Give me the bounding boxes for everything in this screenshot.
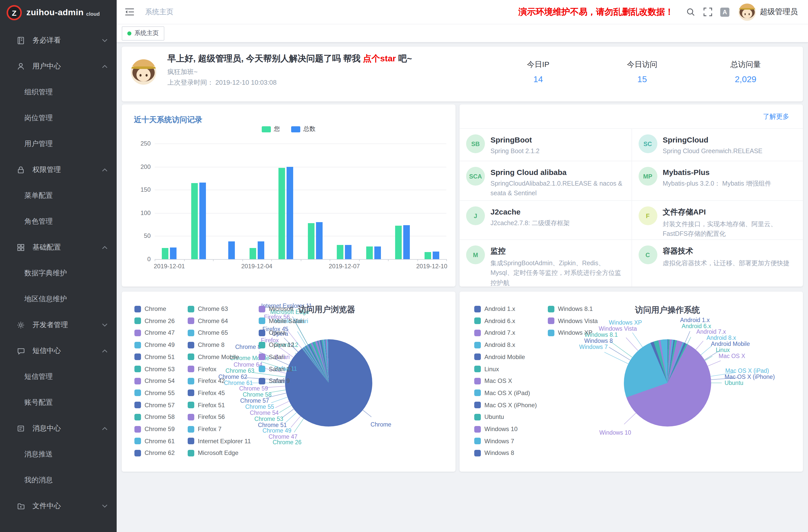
legend-item[interactable]: Windows 8 xyxy=(474,450,514,457)
hamburger-icon[interactable] xyxy=(125,8,134,16)
legend-item[interactable]: Microsoft Edge xyxy=(188,450,238,457)
browser-pie[interactable] xyxy=(285,339,372,426)
legend-item[interactable]: Opera 12 xyxy=(259,341,294,348)
legend-item[interactable]: Chrome 53 xyxy=(134,365,175,372)
bar xyxy=(404,225,410,259)
legend-item[interactable]: Microsoft xyxy=(259,305,293,312)
legend-item[interactable]: Mobile Safari xyxy=(259,317,304,324)
menu-item[interactable]: 务必详看 xyxy=(0,27,117,53)
menu-item[interactable]: 用户中心 xyxy=(0,53,117,79)
legend-item[interactable]: Firefox xyxy=(188,365,216,372)
legend-item[interactable]: Android 7.x xyxy=(474,329,515,336)
legend-item[interactable]: Opera xyxy=(259,329,286,336)
menu-item[interactable]: 短信中心 xyxy=(0,338,117,364)
menu-subitem[interactable]: 组织管理 xyxy=(0,79,117,105)
username[interactable]: 超级管理员 xyxy=(760,7,798,17)
legend-item[interactable]: Chrome 54 xyxy=(134,377,175,384)
tech-item-title: 容器技术 xyxy=(663,246,789,256)
legend-item[interactable]: Chrome 59 xyxy=(134,425,175,433)
legend-item[interactable]: Windows XP xyxy=(548,329,592,336)
legend-item[interactable]: Safari 9 xyxy=(259,377,290,384)
search-icon[interactable] xyxy=(682,0,699,24)
legend-item[interactable]: Internet Explorer 11 xyxy=(188,437,251,444)
legend-label: Opera 12 xyxy=(269,341,294,348)
legend-item[interactable]: Chrome 57 xyxy=(134,401,175,408)
legend-item[interactable]: Chrome 62 xyxy=(134,450,175,457)
legend-item[interactable]: Firefox 42 xyxy=(188,377,225,384)
legend-item[interactable]: Chrome 61 xyxy=(134,437,175,444)
menu-item[interactable]: 开发者管理 xyxy=(0,312,117,338)
menu-item[interactable]: 消息中心 xyxy=(0,415,117,441)
menu-subitem[interactable]: 菜单配置 xyxy=(0,183,117,208)
legend-item[interactable]: Mac OS X xyxy=(474,377,512,384)
tech-item: M监控集成SpringBootAdmin、Zipkin、Redis、Mysql、… xyxy=(460,239,631,287)
tab-home[interactable]: 系统主页 xyxy=(122,26,164,40)
star-link[interactable]: 点个star xyxy=(363,54,396,63)
breadcrumb[interactable]: 系统主页 xyxy=(145,7,173,17)
legend-item[interactable]: Windows 8.1 xyxy=(548,305,593,312)
legend-item[interactable]: Firefox 56 xyxy=(188,414,225,421)
menu-item-label: 权限管理 xyxy=(33,165,61,174)
menu-subitem[interactable]: 我的消息 xyxy=(0,467,117,493)
legend-swatch xyxy=(188,330,194,336)
learn-more-link[interactable]: 了解更多 xyxy=(763,112,789,121)
legend-item[interactable]: Android 1.x xyxy=(474,305,515,312)
menu-subitem[interactable]: 地区信息维护 xyxy=(0,286,117,312)
menu-subitem[interactable]: 消息推送 xyxy=(0,441,117,467)
legend-item[interactable]: Firefox 45 xyxy=(188,389,225,397)
legend-item[interactable]: 您 xyxy=(262,125,280,133)
legend-item[interactable]: Firefox 51 xyxy=(188,401,225,408)
font-size-icon[interactable]: A xyxy=(716,0,733,24)
legend-item[interactable]: Safari xyxy=(259,353,285,361)
chevron-up-icon xyxy=(102,65,108,68)
menu-subitem[interactable]: 角色管理 xyxy=(0,208,117,234)
pie-label: Chrome 49 xyxy=(262,427,291,434)
menu-subitem[interactable]: 用户管理 xyxy=(0,131,117,157)
legend-item[interactable]: Chrome 49 xyxy=(134,341,175,348)
legend-item[interactable]: Chrome 63 xyxy=(188,305,228,312)
pie-label: Chrome 26 xyxy=(273,439,301,445)
os-pie[interactable] xyxy=(624,339,711,426)
menu-item[interactable]: 权限管理 xyxy=(0,157,117,183)
menu-subitem[interactable]: 账号配置 xyxy=(0,389,117,415)
legend-item[interactable]: Android 8.x xyxy=(474,341,515,348)
legend-item[interactable]: Chrome 65 xyxy=(188,329,228,336)
legend-item[interactable]: Firefox 7 xyxy=(188,425,221,433)
legend-item[interactable]: 总数 xyxy=(291,125,315,133)
legend-item[interactable]: Windows Vista xyxy=(548,317,598,324)
menu-subitem[interactable]: 岗位管理 xyxy=(0,105,117,131)
menu-subitem[interactable]: 数据字典维护 xyxy=(0,260,117,286)
app-logo[interactable]: Z zuihou-admin cloud xyxy=(0,0,117,25)
stat-value: 15 xyxy=(627,75,657,85)
legend-item[interactable]: Chrome 64 xyxy=(188,317,228,324)
legend-item[interactable]: Chrome Mobile xyxy=(188,353,239,361)
legend-item[interactable]: Chrome 26 xyxy=(134,317,175,324)
legend-swatch xyxy=(474,317,481,324)
legend-item[interactable]: Ubuntu xyxy=(474,414,504,421)
user-avatar[interactable] xyxy=(738,3,756,20)
legend-item[interactable]: Safari 11 xyxy=(259,365,293,372)
legend-item[interactable]: Chrome 51 xyxy=(134,353,175,361)
legend-item[interactable]: Chrome 47 xyxy=(134,329,175,336)
legend-item[interactable]: Mac OS X (iPad) xyxy=(474,389,530,397)
legend-item[interactable]: Chrome 8 xyxy=(188,341,224,348)
legend-label: Chrome 61 xyxy=(145,437,175,444)
legend-item[interactable]: Chrome 55 xyxy=(134,389,175,397)
fullscreen-icon[interactable] xyxy=(699,0,716,24)
browser-pie-card: 访问用户浏览器 Internet Explorer 11Microsoft Ed… xyxy=(122,292,456,472)
menu-item[interactable]: 文件中心 xyxy=(0,493,117,519)
legend-item[interactable]: Chrome 58 xyxy=(134,414,175,421)
legend-item[interactable]: Chrome xyxy=(134,305,166,312)
legend-item[interactable]: Linux xyxy=(474,365,499,372)
tech-item-badge: SCA xyxy=(466,167,485,186)
menu-item[interactable]: 基础配置 xyxy=(0,234,117,260)
menu-subitem[interactable]: 短信管理 xyxy=(0,364,117,389)
legend-label: Chrome 58 xyxy=(145,414,175,421)
bar xyxy=(366,247,373,259)
tech-item-badge: J xyxy=(466,206,485,225)
legend-item[interactable]: Android Mobile xyxy=(474,353,525,361)
legend-item[interactable]: Windows 10 xyxy=(474,425,518,433)
legend-item[interactable]: Windows 7 xyxy=(474,437,514,444)
legend-item[interactable]: Android 6.x xyxy=(474,317,515,324)
legend-item[interactable]: Mac OS X (iPhone) xyxy=(474,401,537,408)
